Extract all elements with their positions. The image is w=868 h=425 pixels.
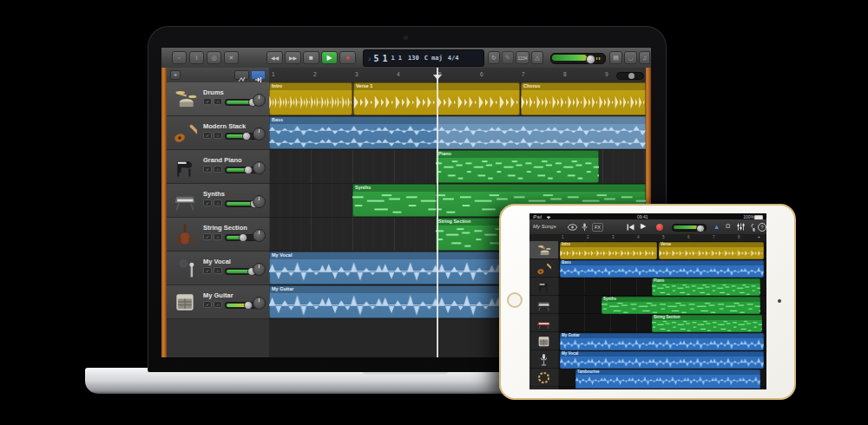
region-synths[interactable]: Synths	[602, 297, 760, 314]
ipad-track-piano[interactable]	[529, 278, 558, 296]
ipad-track-drums[interactable]	[529, 241, 558, 259]
drums-icon	[536, 243, 551, 258]
editors-button[interactable]: ✕	[224, 51, 239, 64]
solo-button[interactable]: ∩	[214, 132, 222, 139]
fx-button[interactable]: FX	[592, 223, 603, 232]
ipad-track-tambourine[interactable]	[529, 369, 558, 387]
ipad-track-bass[interactable]	[529, 259, 558, 278]
ipad-volume-slider[interactable]	[672, 224, 707, 232]
mute-button[interactable]: ✓	[203, 132, 212, 139]
note-pad-button[interactable]: ▤	[609, 51, 622, 64]
guitar-icon	[173, 121, 197, 145]
midi-notes	[436, 159, 599, 181]
pan-knob[interactable]	[253, 94, 266, 107]
record-button[interactable]	[656, 224, 663, 231]
metronome-button[interactable]: △	[531, 51, 543, 64]
pan-knob[interactable]	[253, 263, 266, 276]
solo-button[interactable]: ∩	[214, 301, 222, 308]
meter-peak-ticks	[596, 57, 602, 60]
my-songs-button[interactable]: My Songs	[533, 224, 556, 229]
solo-button[interactable]: ∩	[214, 199, 222, 206]
tuner-icon[interactable]: Ω	[726, 223, 730, 229]
help-button[interactable]: ?	[758, 223, 766, 232]
add-bars-button[interactable]: +	[758, 235, 760, 239]
wrench-icon[interactable]	[748, 223, 756, 232]
track-header-string-section[interactable]: String Section ✓ ∩	[167, 218, 269, 252]
automation-button[interactable]	[234, 70, 249, 80]
library-button[interactable]: ▫	[172, 51, 187, 64]
track-header-drums[interactable]: Drums ✓ ∩	[167, 82, 269, 116]
cycle-button[interactable]: ↻	[488, 51, 500, 64]
monitor-mic-icon[interactable]	[582, 223, 588, 232]
mute-button[interactable]: ✓	[203, 233, 212, 240]
zoom-slider-knob[interactable]	[628, 73, 635, 79]
region-piano[interactable]: Piano	[436, 150, 599, 183]
track-header-grand-piano[interactable]: Grand Piano ✓ ∩	[167, 150, 269, 184]
view-icon[interactable]	[568, 224, 577, 231]
ipad-track-my-vocal[interactable]	[529, 350, 558, 369]
ruler-bar: 1	[562, 235, 564, 239]
mute-button[interactable]: ✓	[203, 98, 212, 105]
marketing-scene: ▫ i ◎ ✕ ◀◀ ▶▶ ■ ▶ ● ♪ 5 1 1 1 130 C maj …	[0, 0, 868, 425]
pan-knob[interactable]	[253, 161, 266, 174]
bass-waveform	[560, 266, 764, 277]
master-volume-slider[interactable]	[550, 53, 606, 64]
play-button[interactable]: ▶	[641, 222, 646, 230]
mute-button[interactable]: ✓	[203, 199, 212, 206]
track-header-modern-stack[interactable]: Modern Stack ✓ ∩	[167, 116, 269, 150]
quick-help-button[interactable]: i	[189, 51, 204, 64]
metronome-icon[interactable]: ▲	[713, 223, 720, 231]
pan-knob[interactable]	[253, 195, 266, 208]
solo-button[interactable]: ∩	[214, 98, 222, 105]
timeline-ruler[interactable]: 1 2 3 4 5 6 7 8 9	[269, 68, 646, 83]
pan-knob[interactable]	[253, 128, 266, 141]
region-bass[interactable]: Bass	[560, 260, 764, 278]
region-string-section[interactable]: String Section	[652, 315, 762, 332]
master-volume-knob[interactable]	[586, 55, 595, 64]
pan-knob[interactable]	[253, 229, 266, 242]
solo-button[interactable]: ∩	[214, 233, 222, 240]
forward-button[interactable]: ▶▶	[285, 51, 301, 64]
region-my-vocal[interactable]: My Vocal	[560, 351, 764, 369]
stop-button[interactable]: ■	[303, 51, 319, 64]
autopunch-button[interactable]: ✎	[502, 51, 514, 64]
track-header-my-guitar[interactable]: My Guitar ✓ ∩	[167, 285, 269, 319]
go-to-beginning-button[interactable]	[627, 224, 635, 231]
mute-button[interactable]: ✓	[203, 301, 212, 308]
ipad-volume-knob[interactable]	[696, 225, 705, 233]
mute-button[interactable]: ✓	[203, 166, 212, 173]
catch-playhead-button[interactable]	[251, 70, 266, 80]
play-button[interactable]: ▶	[321, 51, 338, 64]
media-browser-button[interactable]: ♫	[639, 51, 650, 64]
add-track-button[interactable]: +	[170, 70, 181, 80]
track-header-my-vocal[interactable]: My Vocal ✓ ∩	[167, 252, 269, 285]
mute-button[interactable]: ✓	[203, 267, 212, 274]
record-button[interactable]: ●	[339, 51, 356, 64]
ruler-bar: 2	[587, 235, 589, 239]
ipad-track-my-guitar[interactable]	[529, 332, 558, 350]
region-my-guitar[interactable]: My Guitar	[560, 333, 764, 350]
region-intro[interactable]: Intro	[560, 242, 657, 259]
solo-button[interactable]: ∩	[214, 267, 222, 274]
solo-button[interactable]: ∩	[214, 166, 222, 173]
lcd-display[interactable]: ♪ 5 1 1 1 130 C maj 4/4	[363, 49, 484, 67]
ipad-track-strings[interactable]	[529, 314, 558, 332]
ipad-track-synths[interactable]	[529, 296, 558, 314]
region-intro[interactable]: Intro	[269, 82, 352, 115]
loop-browser-button[interactable]: ◡	[624, 51, 637, 64]
region-verse[interactable]: Verse	[659, 242, 764, 259]
ruler-bar: 8	[563, 71, 567, 77]
ruler-bar: 4	[637, 235, 640, 239]
region-tambourine[interactable]: Tambourine	[575, 369, 760, 389]
mixer-icon[interactable]	[737, 223, 745, 231]
rewind-button[interactable]: ◀◀	[266, 51, 283, 64]
region-chorus[interactable]: Chorus	[521, 82, 646, 115]
region-piano[interactable]: Piano	[652, 278, 760, 296]
tuner-button[interactable]: ◎	[207, 51, 221, 64]
pan-knob[interactable]	[253, 297, 266, 310]
count-in-button[interactable]: 1234	[516, 51, 529, 64]
region-bass[interactable]: Bass	[269, 116, 646, 149]
track-header-synths[interactable]: Synths ✓ ∩	[167, 184, 269, 218]
zoom-slider[interactable]	[616, 72, 644, 80]
playhead[interactable]	[437, 68, 438, 357]
